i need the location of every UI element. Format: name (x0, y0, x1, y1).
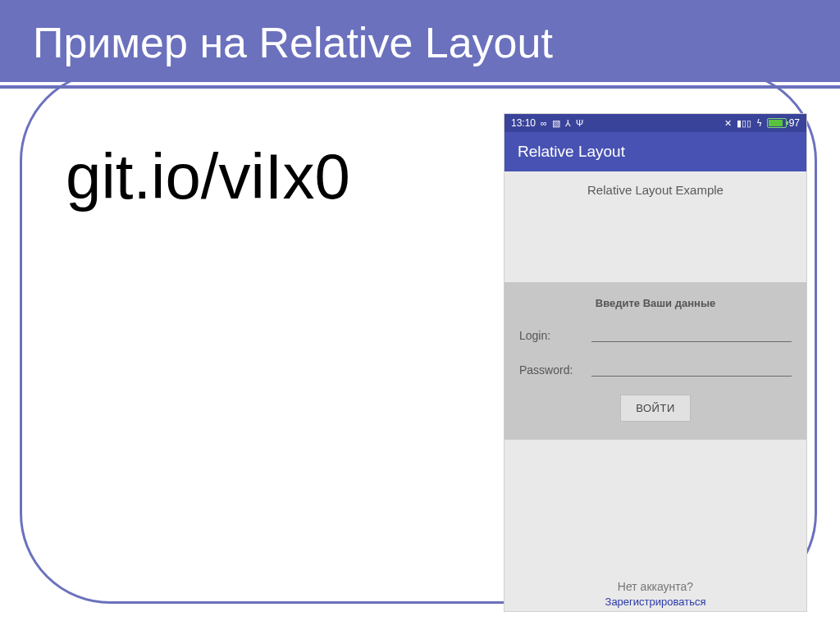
no-account-text: Нет аккаунта? (504, 580, 806, 593)
status-bar: 13:10 ∞ ▧ ⅄ Ψ ✕ ▮▯▯ ϟ 97 (504, 114, 806, 132)
usb-icon: Ψ (576, 118, 583, 128)
submit-button[interactable]: ВОЙТИ (620, 395, 690, 422)
charging-icon: ϟ (756, 118, 762, 129)
form-heading: Введите Ваши данные (519, 297, 792, 309)
slide-title: Пример на Relative Layout (33, 18, 553, 67)
battery-indicator: 97 (767, 117, 800, 129)
infinity-icon: ∞ (541, 118, 547, 128)
app-bar-title: Relative Layout (518, 143, 625, 161)
login-form-panel: Введите Ваши данные Login: Password: ВОЙ… (504, 282, 806, 440)
phone-mockup: 13:10 ∞ ▧ ⅄ Ψ ✕ ▮▯▯ ϟ 97 Relative Layout… (504, 113, 807, 612)
app-bar: Relative Layout (504, 132, 806, 171)
app-content: Relative Layout Example Введите Ваши дан… (504, 171, 806, 611)
mute-icon: ✕ (724, 118, 732, 129)
register-link[interactable]: Зарегистрироваться (504, 596, 806, 608)
signal-icon: ▮▯▯ (737, 118, 751, 129)
login-row: Login: (519, 326, 792, 342)
login-input[interactable] (591, 326, 792, 342)
password-input[interactable] (591, 360, 792, 377)
password-label: Password: (519, 363, 585, 377)
login-label: Login: (519, 329, 585, 342)
image-icon: ▧ (552, 118, 560, 129)
battery-level: 97 (789, 117, 800, 129)
status-time: 13:10 (511, 117, 536, 129)
share-icon: ⅄ (565, 118, 571, 129)
password-row: Password: (519, 360, 792, 377)
app-subtitle: Relative Layout Example (504, 171, 806, 203)
shortlink-text: git.io/viIx0 (66, 139, 350, 214)
